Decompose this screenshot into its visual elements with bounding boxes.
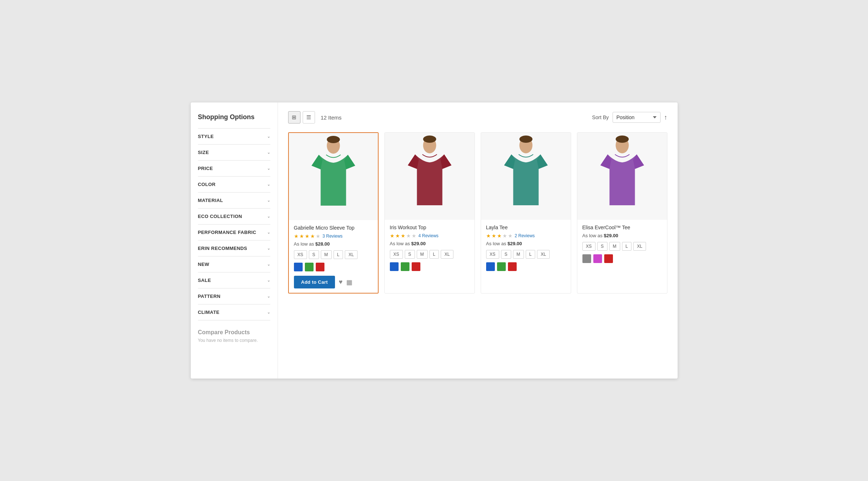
- size-btn-xl-iris[interactable]: XL: [441, 250, 453, 259]
- color-swatch-0-layla[interactable]: [486, 262, 495, 271]
- color-swatch-1-layla[interactable]: [497, 262, 506, 271]
- product-info-iris: Iris Workout Top ★★★★★ 4 Reviews As low …: [385, 220, 475, 280]
- rating-iris: ★★★★★ 4 Reviews: [390, 233, 469, 239]
- product-info-elisa: Elisa EverCool™ Tee As low as $29.00 XSS…: [577, 220, 667, 272]
- size-btn-l-layla[interactable]: L: [526, 250, 536, 259]
- size-btn-m-layla[interactable]: M: [513, 250, 524, 259]
- sidebar-title: Shopping Options: [198, 113, 270, 121]
- size-btn-xs-elisa[interactable]: XS: [582, 242, 596, 251]
- product-card-elisa: Elisa EverCool™ Tee As low as $29.00 XSS…: [577, 132, 667, 294]
- card-actions-gabrielle: Add to Cart ♥ ▦: [294, 276, 373, 288]
- filter-chevron-eco-collection: ⌄: [267, 214, 270, 219]
- filter-chevron-performance-fabric: ⌄: [267, 230, 270, 235]
- color-swatch-1-elisa[interactable]: [593, 254, 602, 263]
- filter-chevron-climate: ⌄: [267, 310, 270, 315]
- size-btn-xl-gabrielle[interactable]: XL: [345, 250, 358, 259]
- sort-direction-button[interactable]: ↑: [664, 114, 667, 121]
- main-content: ⊞ ☰ 12 Items Sort By Position Product Na…: [278, 102, 678, 379]
- review-count-iris: 4 Reviews: [419, 233, 439, 238]
- svg-point-11: [615, 136, 629, 143]
- filter-size[interactable]: SIZE ⌄: [198, 144, 270, 160]
- list-view-button[interactable]: ☰: [303, 111, 315, 124]
- filter-chevron-erin-recommends: ⌄: [267, 246, 270, 251]
- review-count-layla: 2 Reviews: [515, 233, 535, 238]
- color-swatch-1-gabrielle[interactable]: [305, 263, 314, 271]
- svg-point-8: [519, 136, 532, 143]
- size-btn-s-gabrielle[interactable]: S: [309, 250, 319, 259]
- filter-label-size: SIZE: [198, 150, 209, 155]
- filter-chevron-price: ⌄: [267, 166, 270, 171]
- color-swatch-0-iris[interactable]: [390, 262, 399, 271]
- filter-new[interactable]: NEW ⌄: [198, 256, 270, 272]
- color-swatch-1-iris[interactable]: [401, 262, 409, 271]
- color-swatch-0-elisa[interactable]: [582, 254, 591, 263]
- size-btn-l-gabrielle[interactable]: L: [334, 250, 343, 259]
- filter-chevron-pattern: ⌄: [267, 294, 270, 299]
- filter-chevron-new: ⌄: [267, 262, 270, 267]
- product-card-layla: Layla Tee ★★★★★ 2 Reviews As low as $29.…: [481, 132, 571, 294]
- filter-climate[interactable]: CLIMATE ⌄: [198, 304, 270, 320]
- filter-chevron-material: ⌄: [267, 198, 270, 203]
- filter-label-performance-fabric: PERFORMANCE FABRIC: [198, 230, 257, 235]
- size-btn-xs-iris[interactable]: XS: [390, 250, 403, 259]
- color-swatch-2-gabrielle[interactable]: [316, 263, 324, 271]
- filter-performance-fabric[interactable]: PERFORMANCE FABRIC ⌄: [198, 224, 270, 240]
- size-btn-xs-layla[interactable]: XS: [486, 250, 499, 259]
- rating-layla: ★★★★★ 2 Reviews: [486, 233, 566, 239]
- product-price-iris: As low as $29.00: [390, 241, 469, 246]
- filter-style[interactable]: STYLE ⌄: [198, 128, 270, 144]
- svg-point-2: [327, 136, 340, 143]
- size-btn-s-layla[interactable]: S: [501, 250, 511, 259]
- filter-chevron-style: ⌄: [267, 134, 270, 139]
- size-btn-m-elisa[interactable]: M: [609, 242, 620, 251]
- color-swatch-2-iris[interactable]: [412, 262, 420, 271]
- product-price-layla: As low as $29.00: [486, 241, 566, 246]
- filter-chevron-sale: ⌄: [267, 278, 270, 283]
- size-btn-xs-gabrielle[interactable]: XS: [294, 250, 307, 259]
- size-btn-m-iris[interactable]: M: [417, 250, 428, 259]
- compare-icon-gabrielle[interactable]: ▦: [346, 278, 352, 286]
- size-btn-xl-layla[interactable]: XL: [537, 250, 550, 259]
- filter-label-sale: SALE: [198, 278, 211, 283]
- wishlist-icon-gabrielle[interactable]: ♥: [339, 278, 343, 286]
- filter-color[interactable]: COLOR ⌄: [198, 176, 270, 192]
- compare-desc: You have no items to compare.: [198, 338, 270, 343]
- product-info-layla: Layla Tee ★★★★★ 2 Reviews As low as $29.…: [481, 220, 571, 280]
- add-to-cart-button-gabrielle[interactable]: Add to Cart: [294, 276, 335, 288]
- product-image-gabrielle: [289, 133, 378, 220]
- size-btn-l-elisa[interactable]: L: [622, 242, 632, 251]
- product-image-iris: [385, 133, 475, 220]
- size-btn-l-iris[interactable]: L: [429, 250, 439, 259]
- color-swatch-2-elisa[interactable]: [604, 254, 613, 263]
- review-count-gabrielle: 3 Reviews: [323, 234, 343, 239]
- color-swatch-0-gabrielle[interactable]: [294, 263, 303, 271]
- filter-label-pattern: PATTERN: [198, 294, 221, 299]
- filter-material[interactable]: MATERIAL ⌄: [198, 192, 270, 208]
- filter-chevron-color: ⌄: [267, 182, 270, 187]
- filter-label-erin-recommends: ERIN RECOMMENDS: [198, 246, 247, 251]
- size-btn-m-gabrielle[interactable]: M: [321, 250, 332, 259]
- filter-price[interactable]: PRICE ⌄: [198, 160, 270, 176]
- product-card-gabrielle: Gabrielle Micro Sleeve Top ★★★★★ 3 Revie…: [288, 132, 379, 294]
- size-btn-s-iris[interactable]: S: [405, 250, 415, 259]
- product-price-elisa: As low as $29.00: [582, 233, 662, 238]
- filter-label-style: STYLE: [198, 134, 214, 139]
- size-btn-xl-elisa[interactable]: XL: [633, 242, 646, 251]
- color-swatch-2-layla[interactable]: [508, 262, 517, 271]
- grid-view-button[interactable]: ⊞: [288, 111, 300, 124]
- sidebar: Shopping Options STYLE ⌄ SIZE ⌄ PRICE ⌄ …: [191, 102, 278, 379]
- product-name-gabrielle: Gabrielle Micro Sleeve Top: [294, 225, 373, 231]
- filter-sale[interactable]: SALE ⌄: [198, 272, 270, 288]
- filter-pattern[interactable]: PATTERN ⌄: [198, 288, 270, 304]
- filter-erin-recommends[interactable]: ERIN RECOMMENDS ⌄: [198, 240, 270, 256]
- product-name-iris: Iris Workout Top: [390, 224, 469, 231]
- product-name-elisa: Elisa EverCool™ Tee: [582, 224, 662, 231]
- filter-eco-collection[interactable]: ECO COLLECTION ⌄: [198, 208, 270, 224]
- filter-label-color: COLOR: [198, 182, 216, 187]
- sort-select[interactable]: Position Product Name Price Rating: [613, 112, 661, 123]
- product-price-gabrielle: As low as $28.00: [294, 241, 373, 247]
- products-grid: Gabrielle Micro Sleeve Top ★★★★★ 3 Revie…: [288, 132, 667, 294]
- size-btn-s-elisa[interactable]: S: [597, 242, 607, 251]
- sort-label: Sort By: [592, 114, 609, 120]
- sort-section: Sort By Position Product Name Price Rati…: [592, 112, 667, 123]
